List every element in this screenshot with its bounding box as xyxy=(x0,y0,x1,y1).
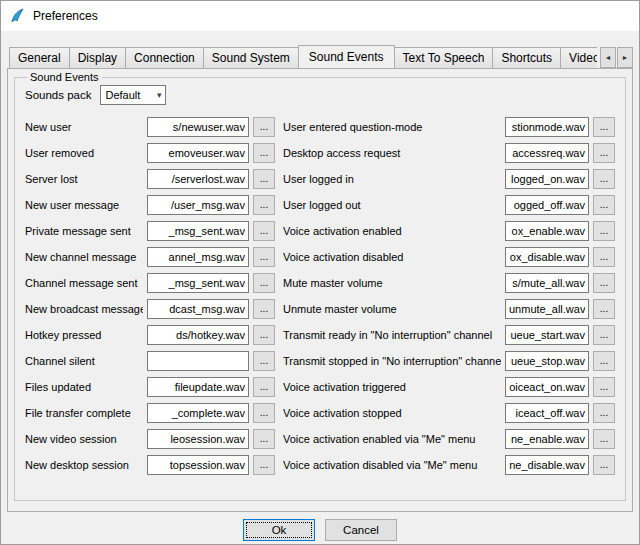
sound-event-row: Channel silent... xyxy=(25,351,275,371)
sound-event-row: Transmit stopped in "No interruption" ch… xyxy=(283,351,615,371)
sound-event-row: Files updated... xyxy=(25,377,275,397)
sound-event-row: Voice activation enabled via "Me" menu..… xyxy=(283,429,615,449)
browse-button[interactable]: ... xyxy=(593,221,615,241)
tab-connection[interactable]: Connection xyxy=(125,47,204,68)
sound-event-label: Voice activation disabled via "Me" menu xyxy=(283,459,501,471)
browse-button[interactable]: ... xyxy=(593,325,615,345)
right-column: User entered question-mode...Desktop acc… xyxy=(283,117,615,481)
tab-scroll-left-button[interactable]: ◄ xyxy=(600,47,616,68)
sound-file-input[interactable] xyxy=(505,143,589,163)
ok-button[interactable]: Ok xyxy=(243,519,315,541)
browse-button[interactable]: ... xyxy=(253,169,275,189)
browse-button[interactable]: ... xyxy=(593,247,615,267)
sound-file-input[interactable] xyxy=(505,429,589,449)
browse-button[interactable]: ... xyxy=(253,195,275,215)
browse-button[interactable]: ... xyxy=(593,429,615,449)
sound-file-input[interactable] xyxy=(505,247,589,267)
browse-button[interactable]: ... xyxy=(253,299,275,319)
browse-button[interactable]: ... xyxy=(593,299,615,319)
browse-button[interactable]: ... xyxy=(253,143,275,163)
sound-file-input[interactable] xyxy=(505,221,589,241)
browse-button[interactable]: ... xyxy=(593,351,615,371)
sound-file-input[interactable] xyxy=(147,429,249,449)
sound-event-label: Mute master volume xyxy=(283,277,501,289)
sound-file-input[interactable] xyxy=(147,455,249,475)
sound-file-input[interactable] xyxy=(147,169,249,189)
sound-event-label: Files updated xyxy=(25,381,143,393)
browse-button[interactable]: ... xyxy=(593,195,615,215)
sound-file-input[interactable] xyxy=(505,403,589,423)
sound-file-input[interactable] xyxy=(505,273,589,293)
cancel-button[interactable]: Cancel xyxy=(325,519,397,541)
tab-bar: GeneralDisplayConnectionSound SystemSoun… xyxy=(7,44,633,68)
browse-button[interactable]: ... xyxy=(253,273,275,293)
browse-button[interactable]: ... xyxy=(253,377,275,397)
browse-button[interactable]: ... xyxy=(253,429,275,449)
sound-file-input[interactable] xyxy=(147,117,249,137)
chevron-down-icon: ▾ xyxy=(157,90,162,100)
sound-event-row: New broadcast message... xyxy=(25,299,275,319)
sound-file-input[interactable] xyxy=(505,351,589,371)
sound-event-row: Private message sent... xyxy=(25,221,275,241)
sound-events-group: Sound Events Sounds pack Default ▾ New u… xyxy=(14,71,626,501)
tab-general[interactable]: General xyxy=(9,47,70,68)
browse-button[interactable]: ... xyxy=(593,377,615,397)
sounds-pack-select[interactable]: Default ▾ xyxy=(100,85,166,105)
browse-button[interactable]: ... xyxy=(253,351,275,371)
browse-button[interactable]: ... xyxy=(593,273,615,293)
sound-event-label: Channel message sent xyxy=(25,277,143,289)
tab-display[interactable]: Display xyxy=(69,47,126,68)
browse-button[interactable]: ... xyxy=(253,325,275,345)
sound-file-input[interactable] xyxy=(147,195,249,215)
sound-event-row: New video session... xyxy=(25,429,275,449)
browse-button[interactable]: ... xyxy=(253,403,275,423)
browse-button[interactable]: ... xyxy=(253,117,275,137)
browse-button[interactable]: ... xyxy=(253,455,275,475)
tab-sound-system[interactable]: Sound System xyxy=(203,47,299,68)
sounds-pack-value: Default xyxy=(106,89,141,101)
sound-file-input[interactable] xyxy=(505,325,589,345)
sound-event-row: New desktop session... xyxy=(25,455,275,475)
browse-button[interactable]: ... xyxy=(593,403,615,423)
sound-file-input[interactable] xyxy=(147,299,249,319)
browse-button[interactable]: ... xyxy=(593,455,615,475)
browse-button[interactable]: ... xyxy=(593,143,615,163)
sound-file-input[interactable] xyxy=(505,169,589,189)
sound-event-label: File transfer complete xyxy=(25,407,143,419)
sound-file-input[interactable] xyxy=(147,325,249,345)
sound-file-input[interactable] xyxy=(505,195,589,215)
sound-event-label: Voice activation disabled xyxy=(283,251,501,263)
sound-file-input[interactable] xyxy=(147,143,249,163)
sound-event-label: New channel message xyxy=(25,251,143,263)
sound-file-input[interactable] xyxy=(505,455,589,475)
browse-button[interactable]: ... xyxy=(253,221,275,241)
sound-file-input[interactable] xyxy=(147,377,249,397)
tab-sound-events[interactable]: Sound Events xyxy=(298,45,395,68)
titlebar[interactable]: Preferences xyxy=(1,1,639,31)
sound-event-row: New user... xyxy=(25,117,275,137)
sound-file-input[interactable] xyxy=(505,377,589,397)
browse-button[interactable]: ... xyxy=(593,117,615,137)
tab-scroll-right-button[interactable]: ► xyxy=(617,47,633,68)
sound-event-row: Transmit ready in "No interruption" chan… xyxy=(283,325,615,345)
sound-file-input[interactable] xyxy=(147,403,249,423)
sound-event-row: Voice activation stopped... xyxy=(283,403,615,423)
sound-event-row: Voice activation disabled... xyxy=(283,247,615,267)
sound-event-label: User removed xyxy=(25,147,143,159)
tab-text-to-speech[interactable]: Text To Speech xyxy=(394,47,494,68)
sound-event-label: Voice activation enabled via "Me" menu xyxy=(283,433,501,445)
tab-shortcuts[interactable]: Shortcuts xyxy=(492,47,561,68)
sounds-pack-label: Sounds pack xyxy=(25,89,92,101)
browse-button[interactable]: ... xyxy=(253,247,275,267)
sounds-pack-row: Sounds pack Default ▾ xyxy=(25,85,615,105)
sound-file-input[interactable] xyxy=(147,247,249,267)
sound-file-input[interactable] xyxy=(505,117,589,137)
sound-file-input[interactable] xyxy=(505,299,589,319)
sound-event-label: Transmit stopped in "No interruption" ch… xyxy=(283,355,501,367)
sound-file-input[interactable] xyxy=(147,221,249,241)
sound-file-input[interactable] xyxy=(147,273,249,293)
group-title: Sound Events xyxy=(27,71,102,83)
browse-button[interactable]: ... xyxy=(593,169,615,189)
sound-file-input[interactable] xyxy=(147,351,249,371)
sound-event-label: Unmute master volume xyxy=(283,303,501,315)
